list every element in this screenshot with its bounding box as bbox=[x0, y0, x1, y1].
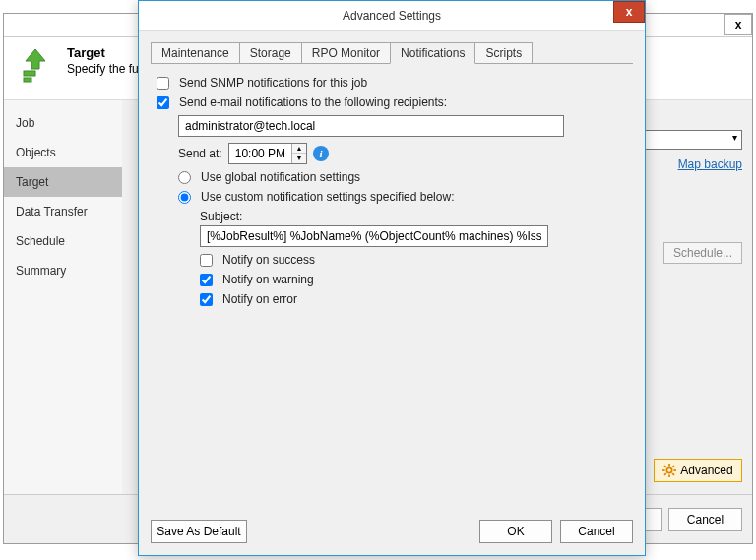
close-button[interactable]: x bbox=[613, 1, 645, 23]
advanced-button[interactable]: Advanced bbox=[654, 459, 742, 482]
notifications-panel: Send SNMP notifications for this job Sen… bbox=[151, 64, 633, 318]
gear-icon bbox=[662, 464, 676, 477]
send-at-label: Send at: bbox=[178, 147, 222, 160]
subject-input[interactable] bbox=[200, 225, 548, 247]
notify-success-checkbox[interactable] bbox=[200, 254, 213, 267]
tab-scripts[interactable]: Scripts bbox=[474, 42, 533, 63]
sidebar-item-schedule[interactable]: Schedule bbox=[4, 226, 122, 256]
advanced-label: Advanced bbox=[680, 460, 732, 481]
tab-strip: Maintenance Storage RPO Monitor Notifica… bbox=[151, 40, 633, 64]
custom-settings-label: Use custom notification settings specifi… bbox=[201, 190, 454, 204]
cancel-button[interactable]: Cancel bbox=[560, 520, 633, 543]
svg-line-8 bbox=[672, 473, 674, 475]
notify-error-label: Notify on error bbox=[222, 292, 297, 306]
notify-warning-checkbox[interactable] bbox=[200, 274, 213, 286]
notify-warning-label: Notify on warning bbox=[222, 273, 314, 286]
send-at-time-input[interactable]: 10:00 PM ▲ ▼ bbox=[228, 143, 307, 164]
notify-success-label: Notify on success bbox=[222, 253, 315, 267]
time-spin-up-icon[interactable]: ▲ bbox=[292, 144, 306, 154]
sidebar-item-target[interactable]: Target bbox=[4, 167, 122, 197]
sidebar-item-job[interactable]: Job bbox=[4, 108, 122, 138]
tab-storage[interactable]: Storage bbox=[239, 42, 302, 63]
snmp-label: Send SNMP notifications for this job bbox=[179, 76, 367, 90]
sidebar-item-summary[interactable]: Summary bbox=[4, 256, 122, 285]
dialog-footer: Save As Default OK Cancel bbox=[139, 508, 645, 555]
tab-maintenance[interactable]: Maintenance bbox=[151, 42, 240, 63]
map-backup-link[interactable]: Map backup bbox=[678, 157, 742, 171]
bg-close-button[interactable]: x bbox=[724, 14, 752, 35]
sidebar-item-objects[interactable]: Objects bbox=[4, 138, 122, 167]
wizard-sidebar: Job Objects Target Data Transfer Schedul… bbox=[4, 100, 122, 494]
tab-rpo-monitor[interactable]: RPO Monitor bbox=[301, 42, 391, 63]
time-spin-down-icon[interactable]: ▼ bbox=[292, 154, 306, 163]
svg-rect-0 bbox=[24, 71, 35, 76]
notify-error-checkbox[interactable] bbox=[200, 293, 213, 306]
tab-notifications[interactable]: Notifications bbox=[390, 42, 475, 64]
custom-settings-radio[interactable] bbox=[178, 191, 191, 204]
svg-line-10 bbox=[672, 466, 674, 467]
svg-line-9 bbox=[664, 473, 666, 475]
email-recipients-input[interactable] bbox=[178, 115, 564, 137]
target-icon bbox=[16, 45, 55, 88]
save-default-button[interactable]: Save As Default bbox=[151, 520, 247, 543]
schedule-button: Schedule... bbox=[663, 242, 742, 264]
ok-button[interactable]: OK bbox=[479, 520, 552, 543]
bg-cancel-button[interactable]: Cancel bbox=[668, 508, 742, 531]
svg-point-2 bbox=[667, 467, 672, 472]
advanced-settings-dialog: Advanced Settings x Maintenance Storage … bbox=[138, 0, 646, 556]
dialog-titlebar: Advanced Settings x bbox=[139, 1, 645, 31]
global-settings-label: Use global notification settings bbox=[201, 170, 360, 184]
send-at-value: 10:00 PM bbox=[229, 147, 291, 160]
global-settings-radio[interactable] bbox=[178, 171, 191, 184]
snmp-checkbox[interactable] bbox=[157, 77, 169, 90]
svg-rect-1 bbox=[24, 78, 32, 82]
email-label: Send e-mail notifications to the followi… bbox=[179, 95, 447, 109]
bg-dropdown[interactable] bbox=[644, 130, 742, 150]
email-checkbox[interactable] bbox=[157, 96, 169, 109]
dialog-title: Advanced Settings bbox=[343, 9, 441, 23]
sidebar-item-data-transfer[interactable]: Data Transfer bbox=[4, 197, 122, 226]
info-icon[interactable]: i bbox=[313, 146, 329, 161]
subject-label: Subject: bbox=[200, 210, 242, 223]
svg-line-7 bbox=[664, 466, 666, 467]
